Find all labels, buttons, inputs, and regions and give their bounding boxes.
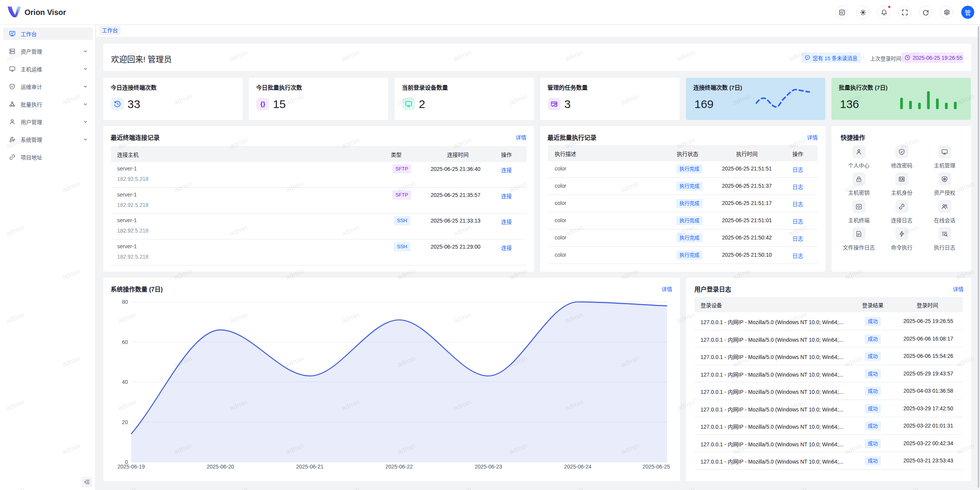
svg-text:2025-06-25: 2025-06-25 xyxy=(642,464,670,470)
svg-text:60: 60 xyxy=(122,339,128,345)
svg-text:2025-06-24: 2025-06-24 xyxy=(564,464,591,470)
svg-text:80: 80 xyxy=(122,299,128,305)
svg-text:2025-06-19: 2025-06-19 xyxy=(118,464,145,470)
svg-text:2025-06-20: 2025-06-20 xyxy=(207,464,234,470)
svg-text:20: 20 xyxy=(122,419,128,425)
svg-text:2025-06-21: 2025-06-21 xyxy=(296,464,323,470)
svg-text:40: 40 xyxy=(122,379,128,385)
svg-text:2025-06-22: 2025-06-22 xyxy=(385,464,413,470)
svg-text:2025-06-23: 2025-06-23 xyxy=(475,464,502,470)
